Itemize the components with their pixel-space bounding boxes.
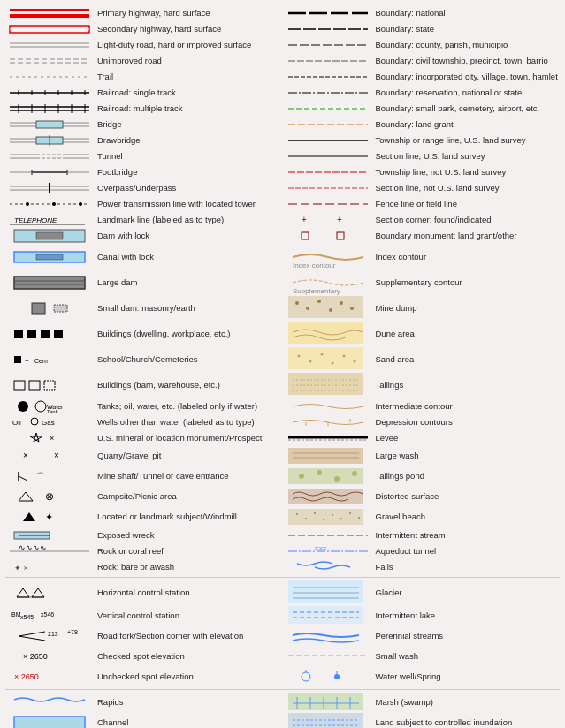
svg-point-83	[317, 300, 321, 303]
row-us-mineral: × U.S. mineral or location monument/Pros…	[5, 430, 560, 445]
label-checked-spot: Checked spot elevation	[97, 651, 282, 661]
symbol-campsite: ⊗	[5, 489, 94, 504]
symbol-depression-contours	[284, 415, 372, 429]
svg-text:x545: x545	[20, 614, 34, 620]
label-boundary-civil-township: Boundary: civil township, precinct, town…	[376, 56, 561, 65]
label-tailings: Tailings	[376, 380, 561, 390]
svg-point-84	[329, 308, 332, 312]
svg-rect-68	[36, 232, 63, 239]
label-boundary-state: Boundary: state	[376, 24, 561, 34]
symbol-located-landmark: ✦	[5, 510, 94, 524]
symbol-gravel-beach	[284, 507, 372, 527]
label-boundary-small-park: Boundary: small park, cemetery, airport,…	[376, 103, 561, 113]
symbol-school: + Cem	[5, 353, 94, 367]
symbol-us-mineral: ×	[5, 431, 94, 445]
symbol-boundary-civil-township	[284, 55, 372, 67]
symbol-distorted-surface	[284, 487, 372, 506]
label-section-corner: Section corner: found/indicated	[376, 215, 561, 224]
label-dam-lock: Dam with lock	[97, 231, 282, 240]
label-secondary-highway: Secondary highway, hard surface	[97, 24, 282, 34]
symbol-canal-lock	[5, 249, 94, 265]
svg-point-114	[31, 418, 38, 425]
symbol-tailings	[284, 373, 372, 398]
svg-rect-92	[14, 356, 21, 363]
svg-rect-1	[10, 14, 89, 18]
svg-marker-139	[23, 512, 35, 521]
symbol-small-dam	[5, 300, 94, 316]
row-primary-highway: Primary highway, hard surface Boundary: …	[5, 5, 560, 20]
symbol-glacier	[284, 580, 372, 605]
label-intermediate-contour: Intermediate contour	[376, 401, 561, 411]
symbol-channel	[5, 713, 94, 728]
section-divider-2	[5, 689, 560, 690]
label-boundary-county: Boundary: county, parish, municipio	[376, 40, 561, 49]
row-power-line: Power transmission line with located tow…	[5, 196, 560, 211]
svg-text:x546: x546	[41, 611, 54, 618]
svg-point-81	[295, 301, 299, 305]
svg-text:∿∿∿∿: ∿∿∿∿	[19, 543, 47, 552]
svg-text:⊗: ⊗	[45, 490, 54, 503]
svg-rect-104	[44, 381, 55, 390]
label-located-landmark: Located or landmark subject/Windmill	[97, 512, 282, 521]
label-land-subject: Land subject to controlled inundation	[376, 717, 561, 727]
svg-rect-138	[288, 489, 363, 504]
svg-point-97	[309, 360, 311, 363]
svg-rect-95	[288, 347, 363, 369]
svg-point-85	[340, 301, 343, 305]
svg-point-178	[302, 672, 310, 681]
row-perennial-streams: 213 +78 Road fork/Section corner with el…	[5, 626, 560, 646]
label-sand-area: Sand area	[376, 354, 561, 364]
symbol-section-corner: + +	[284, 214, 372, 226]
label-primary-highway: Primary highway, hard surface	[97, 8, 282, 18]
symbol-unimproved-road	[5, 55, 94, 67]
label-township-line-not-us: Township line, not U.S. land survey	[376, 167, 561, 177]
svg-rect-189	[14, 717, 85, 728]
label-large-dam: Large dam	[97, 277, 282, 287]
section-divider-1	[5, 577, 560, 578]
svg-rect-102	[14, 381, 25, 390]
svg-point-82	[306, 307, 309, 310]
label-quarry: Quarry/Gravel pit	[97, 451, 282, 460]
label-trail: Trail	[97, 72, 282, 81]
label-tanks: Tanks; oil, water, etc. (labeled only if…	[97, 401, 282, 411]
svg-line-171	[19, 632, 45, 636]
label-landmark-line: Landmark line (labeled as to type)	[97, 215, 282, 224]
symbol-overpass	[5, 182, 94, 194]
svg-rect-91	[288, 322, 363, 344]
svg-point-101	[353, 360, 355, 363]
symbol-light-duty-road	[5, 39, 94, 51]
symbol-levee	[284, 431, 372, 445]
row-railroad-multiple: Railroad: multiple track Boundary: small…	[5, 101, 560, 116]
symbol-secondary-highway	[5, 23, 94, 35]
row-school: + Cem School/Church/Cemeteries Sand area	[5, 347, 560, 372]
label-light-duty-road: Light-duty road, hard or improved surfac…	[97, 40, 282, 49]
symbol-dam-lock	[5, 228, 94, 244]
symbol-township-line-not-us	[284, 166, 372, 178]
label-vertical-control: Vertical control station	[97, 610, 282, 620]
symbol-boundary-national	[284, 7, 372, 19]
label-rapids: Rapids	[97, 697, 282, 707]
svg-point-142	[296, 513, 298, 515]
svg-text:Supplementary: Supplementary	[293, 287, 340, 295]
symbol-bridge	[5, 118, 94, 131]
label-levee: Levee	[376, 433, 561, 443]
svg-rect-141	[288, 509, 363, 525]
row-dam-lock: Dam with lock Boundary monument: land gr…	[5, 228, 560, 244]
symbol-falls	[284, 560, 372, 574]
svg-text:+: +	[25, 357, 29, 365]
svg-point-110	[35, 401, 46, 412]
symbol-section-line	[284, 150, 372, 163]
symbol-large-dam	[5, 275, 94, 291]
symbol-small-wash	[284, 647, 372, 666]
row-wells: Oil Gas Wells other than water (labeled …	[5, 414, 560, 429]
symbol-boundary-county	[284, 39, 372, 51]
symbol-trail	[5, 71, 94, 83]
label-depression-contours: Depression contours	[376, 417, 561, 427]
label-dune-area: Dune area	[376, 329, 561, 338]
svg-point-59	[26, 202, 29, 206]
symbol-sand-area	[284, 347, 372, 372]
svg-point-135	[352, 471, 357, 476]
label-horiz-control: Horizontal control station	[97, 588, 282, 597]
row-secondary-highway: Secondary highway, hard surface Boundary…	[5, 21, 560, 36]
symbol-landmark-line: TELEPHONE	[5, 214, 94, 226]
